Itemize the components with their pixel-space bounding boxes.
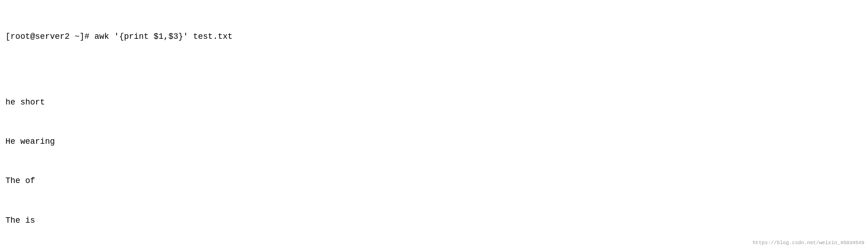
command-line: [root@server2 ~]# awk '{print $1,$3}' te… (5, 30, 863, 43)
output-line-1: he short (5, 96, 863, 109)
output-lines: he short He wearing The of The is google… (5, 69, 863, 251)
terminal-output: [root@server2 ~]# awk '{print $1,$3}' te… (5, 4, 863, 251)
url-watermark: https://blog.csdn.net/weixin_45034549 (753, 239, 864, 247)
output-line-4: The is (5, 214, 863, 227)
output-line-3: The of (5, 174, 863, 188)
output-line-2: He wearing (5, 135, 863, 148)
